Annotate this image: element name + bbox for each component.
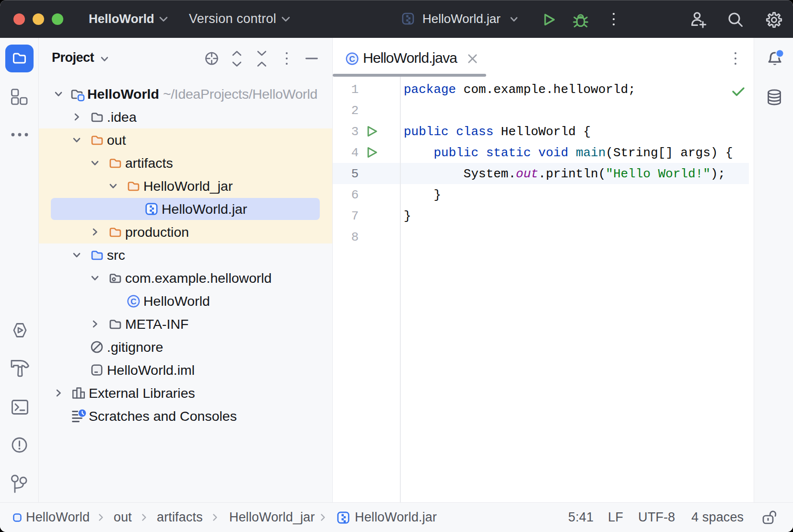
- svg-text:C: C: [130, 297, 136, 306]
- svg-text:C: C: [349, 55, 355, 64]
